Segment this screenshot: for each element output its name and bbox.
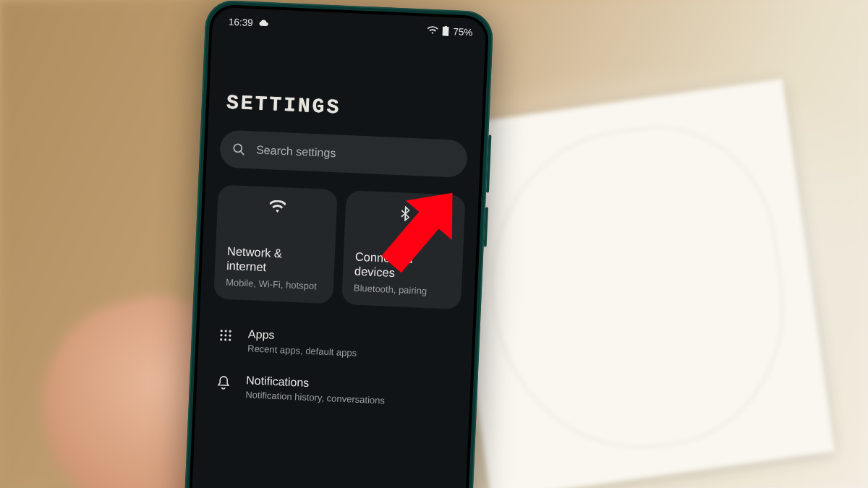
svg-point-10	[224, 338, 226, 341]
svg-point-5	[229, 330, 231, 333]
row-subtitle: Recent apps, default apps	[247, 343, 357, 359]
page-title: SETTINGS	[208, 35, 485, 141]
tiles-row: Network & internet Mobile, Wi-Fi, hotspo…	[200, 167, 479, 323]
battery-text: 75%	[453, 26, 473, 38]
svg-line-2	[241, 152, 244, 155]
search-placeholder: Search settings	[256, 144, 336, 160]
svg-point-6	[220, 334, 222, 336]
svg-point-3	[221, 330, 223, 332]
battery-icon	[442, 26, 449, 36]
phone-screen: 16:39 75% SETTINGS	[189, 7, 487, 488]
svg-point-7	[224, 334, 226, 336]
row-title: Apps	[248, 328, 358, 346]
svg-point-11	[229, 339, 231, 341]
svg-point-9	[220, 338, 222, 341]
tile-title: Connected devices	[354, 249, 452, 283]
tile-title: Network & internet	[226, 244, 324, 278]
tile-connected-devices[interactable]: Connected devices Bluetooth, pairing	[341, 190, 466, 309]
svg-point-4	[225, 330, 227, 332]
wifi-icon	[427, 26, 438, 35]
svg-point-8	[229, 335, 231, 337]
bluetooth-icon	[357, 204, 454, 224]
background-paper	[438, 79, 835, 488]
svg-rect-0	[443, 30, 448, 35]
phone-bezel: 16:39 75% SETTINGS	[186, 4, 490, 488]
tile-network-internet[interactable]: Network & internet Mobile, Wi-Fi, hotspo…	[213, 184, 338, 304]
search-icon	[231, 142, 247, 157]
cloud-icon	[257, 18, 269, 27]
tile-subtitle: Bluetooth, pairing	[354, 283, 451, 298]
wifi-icon	[229, 198, 326, 215]
apps-grid-icon	[218, 326, 234, 342]
status-time: 16:39	[229, 16, 253, 27]
bell-icon	[216, 372, 232, 390]
phone-frame: 16:39 75% SETTINGS	[181, 0, 494, 488]
settings-list: Apps Recent apps, default apps Notificat…	[196, 311, 473, 419]
tile-subtitle: Mobile, Wi-Fi, hotspot	[226, 277, 323, 292]
